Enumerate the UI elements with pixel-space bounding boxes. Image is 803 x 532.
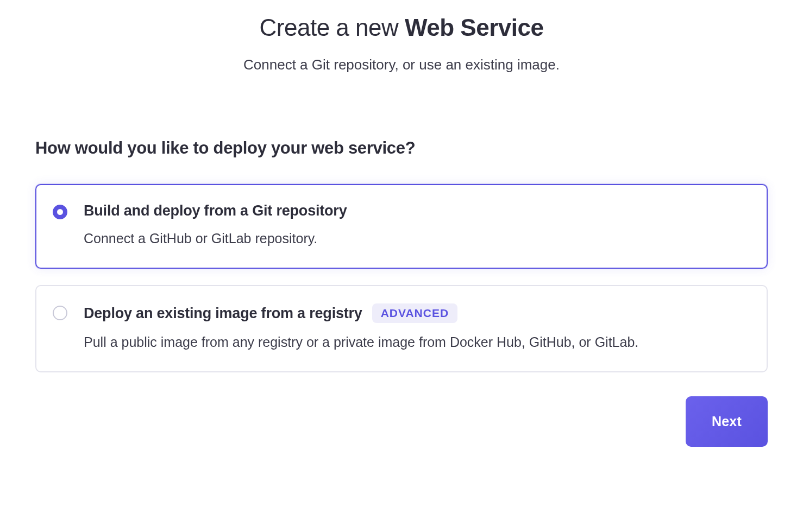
option-git-repository[interactable]: Build and deploy from a Git repository C… bbox=[35, 184, 768, 269]
page-header: Create a new Web Service Connect a Git r… bbox=[35, 14, 768, 73]
option-title-row: Deploy an existing image from a registry… bbox=[84, 303, 750, 323]
option-description: Pull a public image from any registry or… bbox=[84, 333, 750, 352]
option-content: Build and deploy from a Git repository C… bbox=[84, 202, 750, 248]
option-title: Build and deploy from a Git repository bbox=[84, 202, 347, 219]
option-title: Deploy an existing image from a registry bbox=[84, 305, 362, 322]
option-content: Deploy an existing image from a registry… bbox=[84, 303, 750, 352]
radio-icon bbox=[53, 306, 67, 320]
option-existing-image[interactable]: Deploy an existing image from a registry… bbox=[35, 285, 768, 372]
page-subtitle: Connect a Git repository, or use an exis… bbox=[35, 56, 768, 73]
actions-row: Next bbox=[35, 396, 768, 447]
radio-icon bbox=[53, 205, 67, 219]
page-title: Create a new Web Service bbox=[35, 14, 768, 41]
option-description: Connect a GitHub or GitLab repository. bbox=[84, 229, 750, 248]
next-button[interactable]: Next bbox=[686, 396, 768, 447]
option-title-row: Build and deploy from a Git repository bbox=[84, 202, 750, 219]
section-heading: How would you like to deploy your web se… bbox=[35, 138, 768, 158]
deploy-options: Build and deploy from a Git repository C… bbox=[35, 184, 768, 372]
advanced-badge: ADVANCED bbox=[372, 303, 457, 323]
page-title-bold: Web Service bbox=[405, 14, 543, 41]
page-title-prefix: Create a new bbox=[260, 14, 405, 41]
